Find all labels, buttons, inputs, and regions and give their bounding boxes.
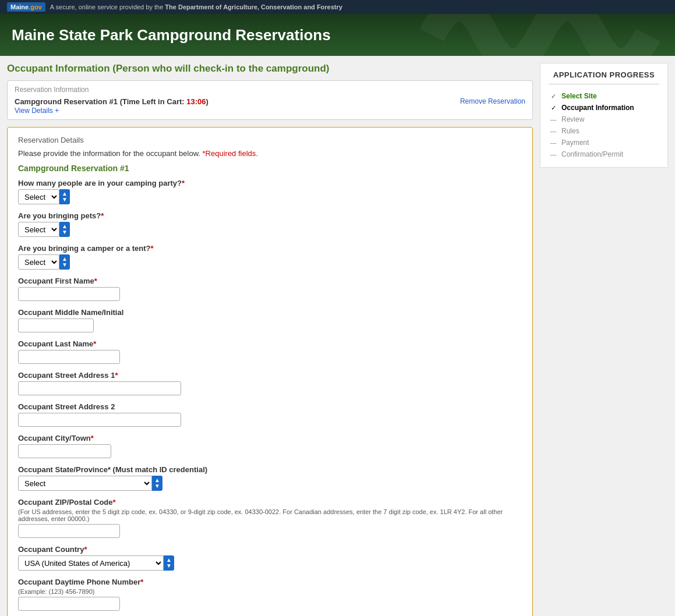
checkmark-green-icon: ✓ bbox=[549, 93, 558, 100]
country-spinner[interactable]: ▲▼ bbox=[164, 555, 174, 571]
phone-label: Occupant Daytime Phone Number* bbox=[18, 578, 522, 586]
state-select-wrapper: Select ▲▼ bbox=[18, 476, 162, 491]
instructions-text: Please provide the information for the o… bbox=[18, 149, 203, 158]
reservation-info-legend: Reservation Information bbox=[15, 86, 525, 94]
camper-tent-select[interactable]: Select bbox=[18, 254, 59, 270]
sidebar-item-rules: — Rules bbox=[549, 125, 659, 137]
party-size-group: How many people are in your camping part… bbox=[18, 179, 522, 204]
instructions-row: Please provide the information for the o… bbox=[18, 149, 522, 158]
first-name-input[interactable] bbox=[18, 287, 120, 301]
logo-dot-gov: .gov bbox=[29, 3, 42, 10]
country-group: Occupant Country* USA (United States of … bbox=[18, 545, 522, 571]
required-note: *Required fields. bbox=[203, 149, 258, 158]
state-label: Occupant State/Province* (Must match ID … bbox=[18, 465, 522, 474]
sidebar-item-occupant-info: ✓ Occupant Information bbox=[549, 102, 659, 114]
sidebar-item-review: — Review bbox=[549, 114, 659, 125]
address2-input[interactable] bbox=[18, 413, 181, 427]
top-banner: Maine.gov A secure, online service provi… bbox=[0, 0, 675, 14]
dash-icon: — bbox=[549, 151, 558, 158]
sidebar-item-select-site: ✓ Select Site bbox=[549, 90, 659, 102]
site-title: Maine State Park Campground Reservations bbox=[12, 26, 331, 44]
site-header: Maine State Park Campground Reservations bbox=[0, 14, 675, 56]
sidebar-step-label: Rules bbox=[561, 127, 579, 135]
state-spinner[interactable]: ▲▼ bbox=[152, 476, 162, 491]
zip-input[interactable] bbox=[18, 524, 120, 538]
pets-group: Are you bringing pets?* Select ▲▼ bbox=[18, 211, 522, 237]
reservation-info-row: Campground Reservation #1 (Time Left in … bbox=[15, 97, 525, 115]
sidebar-item-confirmation: — Confirmation/Permit bbox=[549, 148, 659, 160]
zip-label: Occupant ZIP/Postal Code* bbox=[18, 498, 522, 507]
address2-group: Occupant Street Address 2 bbox=[18, 402, 522, 427]
pets-select-wrapper: Select ▲▼ bbox=[18, 222, 70, 237]
time-remaining: 13:06 bbox=[186, 97, 206, 106]
state-select[interactable]: Select bbox=[18, 476, 152, 491]
pets-spinner[interactable]: ▲▼ bbox=[59, 222, 70, 237]
camper-tent-group: Are you bringing a camper or a tent?* Se… bbox=[18, 244, 522, 270]
city-group: Occupant City/Town* bbox=[18, 434, 522, 458]
last-name-group: Occupant Last Name* bbox=[18, 339, 522, 364]
campground-reservation-title: Campground Reservation #1 bbox=[18, 164, 522, 173]
camper-tent-label: Are you bringing a camper or a tent?* bbox=[18, 244, 522, 253]
city-input[interactable] bbox=[18, 444, 111, 458]
view-details-link[interactable]: View Details + bbox=[15, 107, 59, 115]
address1-input[interactable] bbox=[18, 381, 181, 395]
camper-tent-select-wrapper: Select ▲▼ bbox=[18, 254, 70, 270]
zip-group: Occupant ZIP/Postal Code* (For US addres… bbox=[18, 498, 522, 538]
sidebar-step-label: Confirmation/Permit bbox=[561, 150, 623, 158]
country-label: Occupant Country* bbox=[18, 545, 522, 554]
party-size-label: How many people are in your camping part… bbox=[18, 179, 522, 187]
last-name-input[interactable] bbox=[18, 350, 120, 364]
sidebar-step-label: Occupant Information bbox=[561, 104, 634, 112]
camper-tent-spinner[interactable]: ▲▼ bbox=[59, 254, 70, 270]
banner-tagline: A secure, online service provided by the… bbox=[50, 3, 342, 10]
address1-group: Occupant Street Address 1* bbox=[18, 371, 522, 395]
address1-label: Occupant Street Address 1* bbox=[18, 371, 522, 380]
maine-logo: Maine.gov bbox=[7, 2, 45, 12]
sidebar-title: APPLICATION PROGRESS bbox=[549, 70, 659, 84]
checkmark-black-icon: ✓ bbox=[549, 104, 558, 112]
middle-name-input[interactable] bbox=[18, 318, 94, 332]
reservation-info-box: Reservation Information Campground Reser… bbox=[7, 80, 533, 120]
dash-icon: — bbox=[549, 116, 558, 123]
sidebar-item-payment: — Payment bbox=[549, 137, 659, 148]
sidebar: APPLICATION PROGRESS ✓ Select Site ✓ Occ… bbox=[540, 63, 668, 168]
middle-name-label: Occupant Middle Name/Initial bbox=[18, 308, 522, 317]
reservation-details-section: Reservation Details Please provide the i… bbox=[7, 127, 533, 616]
phone-input[interactable] bbox=[18, 597, 120, 611]
middle-name-group: Occupant Middle Name/Initial bbox=[18, 308, 522, 332]
country-select[interactable]: USA (United States of America) bbox=[18, 555, 164, 571]
phone-group: Occupant Daytime Phone Number* (Example:… bbox=[18, 578, 522, 611]
reservation-title: Campground Reservation #1 (Time Left in … bbox=[15, 97, 208, 106]
content-area: Occupant Information (Person who will ch… bbox=[7, 63, 533, 616]
main-layout: Occupant Information (Person who will ch… bbox=[0, 56, 675, 616]
sidebar-step-label: Review bbox=[561, 115, 584, 123]
phone-hint: (Example: (123) 456-7890) bbox=[18, 588, 522, 595]
state-group: Occupant State/Province* (Must match ID … bbox=[18, 465, 522, 491]
party-size-spinner[interactable]: ▲▼ bbox=[59, 189, 70, 204]
party-size-select[interactable]: Select bbox=[18, 189, 59, 204]
remove-reservation-link[interactable]: Remove Reservation bbox=[460, 97, 525, 105]
country-select-wrapper: USA (United States of America) ▲▼ bbox=[18, 555, 174, 571]
reservation-info-left: Campground Reservation #1 (Time Left in … bbox=[15, 97, 208, 115]
zip-hint: (For US addresses, enter the 5 digit zip… bbox=[18, 508, 522, 522]
dash-icon: — bbox=[549, 139, 558, 146]
address2-label: Occupant Street Address 2 bbox=[18, 402, 522, 411]
dept-name: The Department of Agriculture, Conservat… bbox=[165, 3, 342, 10]
reservation-details-legend: Reservation Details bbox=[18, 136, 522, 144]
first-name-label: Occupant First Name* bbox=[18, 277, 522, 285]
party-size-select-wrapper: Select ▲▼ bbox=[18, 189, 70, 204]
pets-select[interactable]: Select bbox=[18, 222, 59, 237]
pets-label: Are you bringing pets?* bbox=[18, 211, 522, 220]
sidebar-step-label: Select Site bbox=[561, 92, 597, 100]
sidebar-step-label: Payment bbox=[561, 139, 589, 147]
dash-icon: — bbox=[549, 128, 558, 134]
page-title: Occupant Information (Person who will ch… bbox=[7, 63, 533, 75]
city-label: Occupant City/Town* bbox=[18, 434, 522, 442]
first-name-group: Occupant First Name* bbox=[18, 277, 522, 301]
last-name-label: Occupant Last Name* bbox=[18, 339, 522, 348]
